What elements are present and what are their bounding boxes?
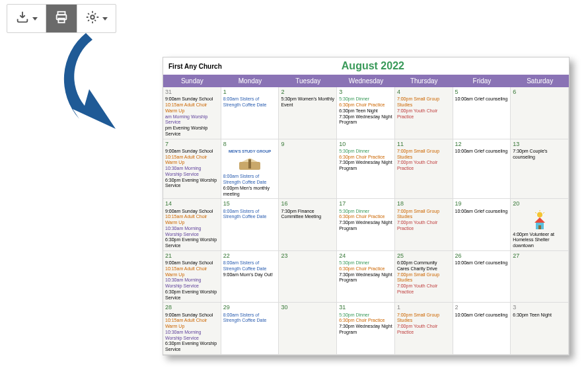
calendar-event[interactable]: 6:00pm Community Cares Charity Drive: [397, 260, 451, 272]
calendar-day[interactable]: 79:00am Sunday School10:15am Adult Choir…: [163, 139, 221, 200]
calendar-day[interactable]: 298:00am Sisters of Strength Coffee Date: [221, 303, 279, 355]
calendar-event[interactable]: 6:00pm Men's monthly meeting: [223, 186, 277, 198]
calendar-day[interactable]: 175:30pm Dinner6:30pm Choir Practice7:30…: [337, 199, 395, 251]
calendar-day[interactable]: 158:00am Sisters of Strength Coffee Date: [221, 199, 279, 251]
calendar-event[interactable]: 6:30pm Choir Practice: [339, 102, 392, 108]
calendar-event[interactable]: 10:30am Morning Worship Service: [165, 226, 219, 238]
calendar-event[interactable]: 9:00am Sunday School: [165, 260, 219, 266]
calendar-day[interactable]: 35:30pm Dinner6:30pm Choir Practice6:30p…: [337, 87, 395, 139]
calendar-day[interactable]: 36:30pm Teen Night: [511, 303, 569, 355]
calendar-day[interactable]: 315:30pm Dinner6:30pm Choir Practice7:30…: [337, 303, 395, 355]
calendar-event[interactable]: 10:00am Grief counseling: [455, 313, 509, 318]
calendar-day[interactable]: 319:00am Sunday School10:15am Adult Choi…: [163, 87, 221, 139]
calendar-event[interactable]: 6:30pm Evening Worship Service: [165, 289, 219, 301]
calendar-day[interactable]: 289:00am Sunday School10:15am Adult Choi…: [163, 303, 221, 355]
calendar-event[interactable]: 6:30pm Evening Worship Service: [165, 178, 219, 190]
calendar-event[interactable]: 10:15am Adult Choir Warm Up: [165, 155, 219, 167]
calendar-event[interactable]: 6:30pm Choir Practice: [339, 214, 392, 220]
calendar-event[interactable]: 7:00pm Small Group Studies: [397, 149, 451, 161]
calendar-day[interactable]: 204:00pm Volunteer at Homeless Shelter d…: [511, 199, 569, 251]
calendar-event[interactable]: 8:00am Sisters of Strength Coffee Date: [223, 96, 277, 108]
calendar-day[interactable]: 2610:00am Grief counseling: [453, 251, 511, 303]
calendar-day[interactable]: 187:00pm Small Group Studies7:00pm Youth…: [395, 199, 453, 251]
calendar-event[interactable]: 7:00pm Youth Choir Practice: [397, 283, 451, 295]
calendar-event[interactable]: 6:30pm Teen Night: [513, 313, 566, 318]
calendar-day[interactable]: 1210:00am Grief counseling: [453, 139, 511, 200]
calendar-event[interactable]: 9:00am Sunday School: [165, 313, 219, 318]
calendar-event[interactable]: 7:30pm Wednesday Night Program: [339, 220, 392, 232]
calendar-event[interactable]: 6:30pm Teen Night: [339, 108, 392, 114]
calendar-day[interactable]: 228:00am Sisters of Strength Coffee Date…: [221, 251, 279, 303]
calendar-day[interactable]: 6: [511, 87, 569, 139]
calendar-event[interactable]: 6:30pm Choir Practice: [339, 266, 392, 272]
calendar-event[interactable]: 9:00am Mom's Day Out!: [223, 272, 277, 278]
calendar-event[interactable]: 5:30pm Dinner: [339, 96, 392, 102]
calendar-day[interactable]: 47:00pm Small Group Studies7:00pm Youth …: [395, 87, 453, 139]
calendar-event[interactable]: 7:00pm Youth Choir Practice: [397, 220, 451, 232]
calendar-day[interactable]: 149:00am Sunday School10:15am Adult Choi…: [163, 199, 221, 251]
calendar-event[interactable]: 10:30am Morning Worship Service: [165, 330, 219, 342]
calendar-day[interactable]: 30: [279, 303, 337, 355]
calendar-day[interactable]: 9: [279, 139, 337, 200]
calendar-day[interactable]: 210:00am Grief counseling: [453, 303, 511, 355]
calendar-day[interactable]: 167:30pm Finance Committee Meeting: [279, 199, 337, 251]
calendar-event[interactable]: 7:00pm Small Group Studies: [397, 272, 451, 284]
download-button[interactable]: [7, 5, 46, 32]
calendar-day[interactable]: 27: [511, 251, 569, 303]
settings-button[interactable]: [77, 5, 116, 32]
calendar-event[interactable]: 10:00am Grief counseling: [455, 149, 509, 155]
calendar-event[interactable]: 10:15am Adult Choir Warm Up: [165, 102, 219, 114]
calendar-event[interactable]: 10:15am Adult Choir Warm Up: [165, 318, 219, 330]
calendar-event[interactable]: 10:00am Grief counseling: [455, 209, 509, 215]
calendar-day[interactable]: 18:00am Sisters of Strength Coffee Date: [221, 87, 279, 139]
calendar-event[interactable]: 5:30pm Dinner: [339, 260, 392, 266]
calendar-day[interactable]: 256:00pm Community Cares Charity Drive7:…: [395, 251, 453, 303]
print-button[interactable]: [46, 5, 77, 32]
calendar-event[interactable]: 8:00am Sisters of Strength Coffee Date: [223, 313, 277, 324]
calendar-day[interactable]: 25:30pm Women's Monthly Event: [279, 87, 337, 139]
calendar-event[interactable]: 8:00am Sisters of Strength Coffee Date: [223, 174, 277, 186]
calendar-event[interactable]: 7:00pm Small Group Studies: [397, 209, 451, 221]
calendar-day[interactable]: 510:00am Grief counseling: [453, 87, 511, 139]
calendar-event[interactable]: am Morning Worship Service: [165, 114, 219, 126]
calendar-day[interactable]: 1910:00am Grief counseling: [453, 199, 511, 251]
calendar-event[interactable]: 7:30pm Finance Committee Meeting: [281, 209, 334, 221]
calendar-day[interactable]: 219:00am Sunday School10:15am Adult Choi…: [163, 251, 221, 303]
calendar-event[interactable]: 6:30pm Choir Practice: [339, 318, 392, 324]
calendar-day[interactable]: 117:00pm Small Group Studies7:00pm Youth…: [395, 139, 453, 200]
calendar-event[interactable]: 7:00pm Youth Choir Practice: [397, 108, 451, 120]
calendar-event[interactable]: 9:00am Sunday School: [165, 149, 219, 155]
calendar-event[interactable]: 10:15am Adult Choir Warm Up: [165, 214, 219, 226]
calendar-event[interactable]: 7:30pm Couple's counseling: [513, 149, 566, 161]
calendar-day[interactable]: 105:30pm Dinner6:30pm Choir Practice7:30…: [337, 139, 395, 200]
calendar-event[interactable]: 6:30pm Evening Worship Service: [165, 341, 219, 353]
calendar-event[interactable]: 8:00am Sisters of Strength Coffee Date: [223, 260, 277, 272]
calendar-event[interactable]: pm Evening Worship Service: [165, 126, 219, 137]
calendar-event[interactable]: 9:00am Sunday School: [165, 209, 219, 215]
calendar-event[interactable]: 7:30pm Wednesday Night Program: [339, 324, 392, 336]
calendar-event[interactable]: 6:30pm Choir Practice: [339, 155, 392, 161]
calendar-day[interactable]: 137:30pm Couple's counseling: [511, 139, 569, 200]
calendar-event[interactable]: 7:00pm Youth Choir Practice: [397, 324, 451, 336]
calendar-event[interactable]: 8:00am Sisters of Strength Coffee Date: [223, 209, 277, 221]
calendar-event[interactable]: 5:30pm Women's Monthly Event: [281, 96, 334, 108]
calendar-event[interactable]: 7:00pm Small Group Studies: [397, 96, 451, 108]
calendar-day[interactable]: 245:30pm Dinner6:30pm Choir Practice7:30…: [337, 251, 395, 303]
calendar-event[interactable]: 7:30pm Wednesday Night Program: [339, 272, 392, 284]
calendar-event[interactable]: 5:30pm Dinner: [339, 149, 392, 155]
calendar-event[interactable]: 9:00am Sunday School: [165, 96, 219, 102]
calendar-event[interactable]: 7:00pm Small Group Studies: [397, 313, 451, 324]
calendar-day[interactable]: 23: [279, 251, 337, 303]
calendar-event[interactable]: 10:00am Grief counseling: [455, 260, 509, 266]
calendar-day[interactable]: 17:00pm Small Group Studies7:00pm Youth …: [395, 303, 453, 355]
calendar-event[interactable]: 5:30pm Dinner: [339, 313, 392, 318]
calendar-event[interactable]: 10:15am Adult Choir Warm Up: [165, 266, 219, 278]
calendar-event[interactable]: 4:00pm Volunteer at Homeless Shelter dow…: [513, 232, 566, 249]
calendar-event[interactable]: 7:30pm Wednesday Night Program: [339, 160, 392, 172]
calendar-event[interactable]: 7:00pm Youth Choir Practice: [397, 160, 451, 172]
calendar-event[interactable]: 10:30am Morning Worship Service: [165, 166, 219, 178]
calendar-day[interactable]: 8MEN'S STUDY GROUP8:00am Sisters of Stre…: [221, 139, 279, 200]
calendar-event[interactable]: 10:30am Morning Worship Service: [165, 278, 219, 289]
calendar-event[interactable]: 6:30pm Evening Worship Service: [165, 237, 219, 249]
calendar-event[interactable]: 10:00am Grief counseling: [455, 96, 509, 102]
